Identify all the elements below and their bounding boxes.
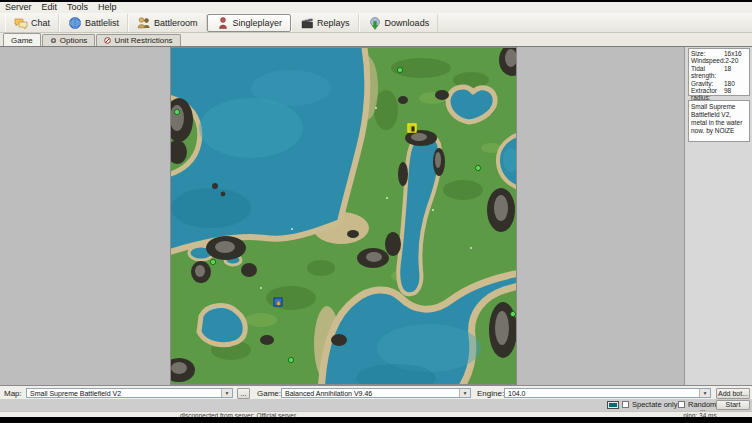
spectate-only-label[interactable]: Spectate only: [632, 401, 677, 409]
main-tab-bar: Chat Battlelist Battleroom Singleplayer …: [0, 13, 752, 33]
stat-windspeed: Windspeed:2-20: [691, 57, 747, 64]
start-position-marker[interactable]: [288, 357, 294, 363]
restriction-icon: [104, 37, 111, 44]
subtab-options-label: Options: [60, 36, 88, 45]
spectate-only-checkbox[interactable]: [622, 401, 629, 408]
stat-gravity-value: 180: [724, 80, 747, 87]
tab-singleplayer[interactable]: Singleplayer: [207, 14, 292, 32]
subtab-game-label: Game: [11, 36, 33, 45]
engine-select-arrow-icon[interactable]: ▼: [699, 389, 710, 397]
film-icon: [300, 16, 314, 30]
map-info-panel: Size:16x16 Windspeed:2-20 Tidal strength…: [684, 47, 752, 385]
game-label: Game:: [257, 389, 281, 398]
game-select[interactable]: Balanced Annihilation V9.46 ▼: [281, 388, 471, 398]
subtab-game[interactable]: Game: [3, 33, 41, 46]
start-options-bar: Spectate only Random start positions Sta…: [0, 399, 752, 411]
menu-edit[interactable]: Edit: [37, 2, 63, 13]
lobby-window: ServerEditToolsHelp Chat Battlelist Batt…: [0, 2, 752, 417]
stat-gravity-label: Gravity:: [691, 80, 724, 87]
chat-icon: [14, 16, 28, 30]
battle-setup-bar: Map: Small Supreme Battlefield V2 ▼ ... …: [0, 385, 752, 399]
start-position-marker[interactable]: [397, 67, 403, 73]
stat-size-label: Size:: [691, 50, 724, 57]
engine-select-value: 104.0: [508, 390, 526, 397]
game-select-value: Balanced Annihilation V9.46: [285, 390, 372, 397]
stat-windspeed-label: Windspeed:: [691, 57, 725, 64]
start-position-marker[interactable]: [174, 109, 180, 115]
game-select-arrow-icon[interactable]: ▼: [459, 389, 470, 397]
tab-battlelist-label: Battlelist: [85, 18, 119, 28]
stat-windspeed-value: 2-20: [725, 57, 747, 64]
start-button[interactable]: Start: [716, 400, 750, 410]
team-color-swatch[interactable]: [607, 401, 619, 409]
letterbox-bottom: [0, 417, 752, 423]
random-start-checkbox[interactable]: [678, 401, 685, 408]
tab-battleroom-label: Battleroom: [154, 18, 198, 28]
menu-tools[interactable]: Tools: [62, 2, 93, 13]
map-select-arrow-icon[interactable]: ▼: [221, 389, 232, 397]
map-markers: [171, 48, 516, 384]
tab-battlelist[interactable]: Battlelist: [59, 14, 128, 32]
map-select[interactable]: Small Supreme Battlefield V2 ▼: [26, 388, 233, 398]
map-preview[interactable]: [170, 47, 517, 385]
start-position-marker[interactable]: [210, 259, 216, 265]
start-position-marker[interactable]: [475, 165, 481, 171]
tab-replays[interactable]: Replays: [291, 14, 359, 32]
tab-chat[interactable]: Chat: [5, 14, 59, 32]
start-position-marker[interactable]: [510, 311, 516, 317]
map-label: Map:: [4, 389, 22, 398]
map-select-value: Small Supreme Battlefield V2: [30, 390, 121, 397]
stat-size: Size:16x16: [691, 50, 747, 57]
map-browse-button[interactable]: ...: [237, 388, 250, 399]
download-globe-icon: [368, 16, 382, 30]
gear-icon: [50, 37, 57, 44]
stat-gravity: Gravity:180: [691, 80, 747, 87]
engine-label: Engine:: [477, 389, 504, 398]
tab-downloads-label: Downloads: [385, 18, 430, 28]
stat-size-value: 16x16: [724, 50, 747, 57]
application-window: ServerEditToolsHelp Chat Battlelist Batt…: [0, 0, 752, 423]
subtab-unit-restrictions-label: Unit Restrictions: [114, 36, 172, 45]
battle-subtab-bar: Game Options Unit Restrictions: [0, 33, 752, 47]
users-icon: [137, 16, 151, 30]
menu-bar: ServerEditToolsHelp: [0, 2, 752, 13]
tab-replays-label: Replays: [317, 18, 350, 28]
selected-position-marker[interactable]: [408, 124, 417, 133]
stat-tidal-label: Tidal strength:: [691, 65, 724, 80]
map-description: Small Supreme Battlefield V2, metal in t…: [688, 100, 750, 142]
tab-singleplayer-label: Singleplayer: [233, 18, 283, 28]
add-bot-button[interactable]: Add bot...: [716, 388, 750, 399]
person-icon: [216, 16, 230, 30]
subtab-unit-restrictions[interactable]: Unit Restrictions: [96, 34, 180, 46]
stat-tidal-value: 18: [724, 65, 747, 80]
globe-icon: [68, 16, 82, 30]
menu-server[interactable]: Server: [0, 2, 37, 13]
bot-position-marker[interactable]: [274, 298, 283, 307]
stat-tidal: Tidal strength:18: [691, 65, 747, 80]
subtab-options[interactable]: Options: [42, 34, 96, 46]
map-stats-box: Size:16x16 Windspeed:2-20 Tidal strength…: [688, 48, 750, 96]
tab-chat-label: Chat: [31, 18, 50, 28]
tab-battleroom[interactable]: Battleroom: [128, 14, 207, 32]
main-content: Size:16x16 Windspeed:2-20 Tidal strength…: [0, 47, 752, 385]
engine-select[interactable]: 104.0 ▼: [504, 388, 711, 398]
menu-help[interactable]: Help: [93, 2, 122, 13]
tab-downloads[interactable]: Downloads: [359, 14, 439, 32]
